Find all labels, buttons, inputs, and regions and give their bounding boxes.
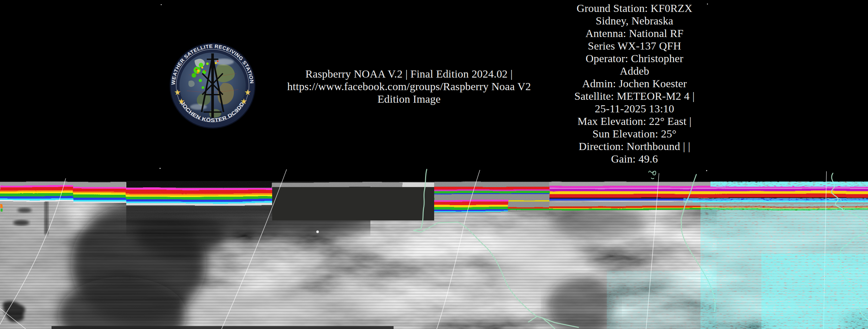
software-credit-text: Raspberry NOAA V.2 | Final Edition 2024.… [261, 68, 557, 105]
satellite-image [0, 167, 868, 329]
artifact-dot [707, 4, 708, 4]
station-logo: WEATHER SATELLITE RECEIVING STATION JOCH… [169, 42, 256, 129]
station-info-text: Ground Station: KF0RZX Sidney, Nebraska … [522, 2, 747, 165]
satellite-image-canvas: WEATHER SATELLITE RECEIVING STATION JOCH… [0, 0, 868, 329]
censor-rectangle [272, 187, 434, 221]
artifact-dot [161, 4, 162, 5]
